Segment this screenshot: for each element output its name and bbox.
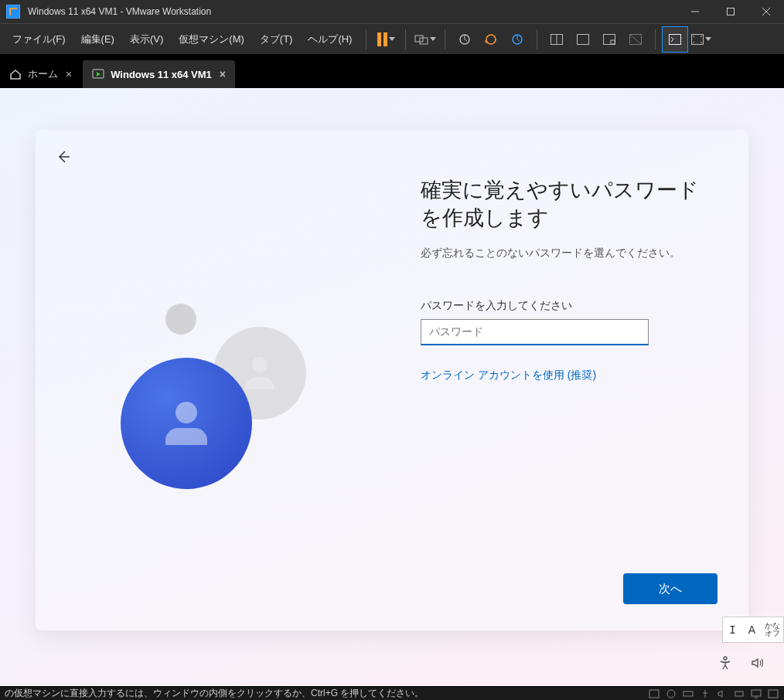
chevron-down-icon: [389, 37, 395, 41]
tab-label: Windows 11 x64 VM1: [111, 69, 212, 80]
toolbar-divider: [405, 29, 406, 49]
menu-edit[interactable]: 編集(E): [73, 28, 122, 51]
svg-rect-11: [578, 34, 589, 44]
svg-rect-13: [611, 40, 615, 44]
menu-vm[interactable]: 仮想マシン(M): [171, 28, 252, 51]
layout-thumbnail-icon: [603, 34, 615, 45]
tab-close-button[interactable]: ×: [220, 68, 226, 80]
svg-marker-19: [97, 72, 101, 76]
hero-primary-avatar-icon: [121, 358, 252, 489]
chevron-down-icon: [430, 37, 436, 41]
menu-help[interactable]: ヘルプ(H): [300, 28, 360, 51]
view-single-button[interactable]: [544, 26, 570, 53]
tab-home[interactable]: ホーム ×: [0, 60, 81, 88]
maximize-icon: [727, 8, 735, 15]
tab-vm1[interactable]: Windows 11 x64 VM1 ×: [83, 60, 235, 88]
device-cd-icon[interactable]: [665, 688, 677, 699]
menu-file[interactable]: ファイル(F): [5, 28, 73, 51]
volume-button[interactable]: [750, 655, 765, 671]
ime-cursor-indicator: I: [723, 617, 741, 642]
svg-point-23: [667, 690, 675, 698]
oobe-card: 確実に覚えやすいパスワードを作成します 必ず忘れることのないパスワードを選んでく…: [36, 130, 748, 630]
toolbar-divider: [445, 29, 445, 49]
snapshot-icon: [458, 32, 472, 46]
svg-rect-16: [670, 34, 681, 44]
vmware-titlebar: Windows 11 x64 VM1 - VMware Workstation: [0, 0, 784, 23]
ime-indicator[interactable]: I A かな オフ: [722, 617, 784, 643]
password-input[interactable]: [421, 319, 649, 345]
snapshot-manager-button[interactable]: [504, 26, 530, 53]
menu-view[interactable]: 表示(V): [122, 28, 171, 51]
hero-illustration: [121, 304, 322, 505]
ime-mode-indicator[interactable]: A: [742, 617, 762, 642]
minimize-button[interactable]: [677, 0, 713, 23]
accessibility-icon: [718, 655, 733, 671]
pause-vm-button[interactable]: [373, 26, 399, 53]
password-label: パスワードを入力してください: [421, 299, 718, 313]
next-button[interactable]: 次へ: [623, 573, 718, 604]
page-subtitle: 必ず忘れることのないパスワードを選んでください。: [421, 246, 718, 260]
view-unity-button[interactable]: [622, 26, 649, 53]
guest-viewport[interactable]: 確実に覚えやすいパスワードを作成します 必ず忘れることのないパスワードを選んでく…: [0, 88, 784, 686]
minimize-icon: [691, 8, 699, 15]
device-hdd-icon[interactable]: [648, 688, 660, 699]
volume-icon: [750, 655, 765, 671]
send-keys-icon: [414, 32, 428, 46]
snapshot-revert-icon: [484, 32, 498, 46]
svg-rect-28: [769, 690, 778, 698]
tab-label: ホーム: [28, 67, 58, 81]
layout-unity-icon: [629, 34, 642, 45]
svg-line-15: [629, 34, 642, 45]
svg-rect-5: [420, 38, 428, 44]
close-icon: [762, 8, 770, 15]
form-area: 確実に覚えやすいパスワードを作成します 必ず忘れることのないパスワードを選んでく…: [421, 176, 718, 382]
use-online-account-link[interactable]: オンライン アカウントを使用 (推奨): [421, 369, 596, 382]
tab-close-button[interactable]: ×: [66, 68, 72, 80]
layout-single-icon: [551, 34, 563, 45]
hero-dot-icon: [165, 304, 196, 335]
vmware-statusbar: の仮想マシンに直接入力するには、ウィンドウの内側をクリックするか、Ctrl+G …: [0, 686, 784, 700]
statusbar-device-icons: [648, 688, 779, 699]
vmware-menubar: ファイル(F) 編集(E) 表示(V) 仮想マシン(M) タブ(T) ヘルプ(H…: [0, 23, 784, 54]
device-network-icon[interactable]: [682, 688, 694, 699]
vm-running-icon: [92, 68, 104, 80]
device-more-icon[interactable]: [767, 688, 779, 699]
back-button[interactable]: [54, 148, 71, 165]
device-printer-icon[interactable]: [733, 688, 745, 699]
close-button[interactable]: [748, 0, 784, 23]
ime-kana-indicator[interactable]: かな オフ: [762, 622, 783, 637]
device-sound-icon[interactable]: [716, 688, 728, 699]
svg-point-21: [724, 657, 727, 660]
fullscreen-icon: [691, 34, 704, 45]
window-title: Windows 11 x64 VM1 - VMware Workstation: [28, 6, 211, 17]
send-cad-button[interactable]: [412, 26, 438, 53]
quick-switch-button[interactable]: [662, 26, 688, 53]
device-display-icon[interactable]: [750, 688, 762, 699]
layout-console-icon: [577, 34, 589, 45]
pause-icon: [377, 32, 387, 46]
statusbar-hint: の仮想マシンに直接入力するには、ウィンドウの内側をクリックするか、Ctrl+G …: [5, 687, 424, 700]
device-usb-icon[interactable]: [699, 688, 711, 699]
home-icon: [9, 68, 22, 80]
snapshot-revert-button[interactable]: [478, 26, 504, 53]
page-title: 確実に覚えやすいパスワードを作成します: [421, 176, 718, 233]
toolbar-divider: [655, 29, 656, 49]
vm-tabstrip: ホーム × Windows 11 x64 VM1 ×: [0, 54, 784, 88]
chevron-down-icon: [705, 37, 711, 41]
snapshot-take-button[interactable]: [452, 26, 478, 53]
toolbar-divider: [366, 29, 366, 49]
menu-tabs[interactable]: タブ(T): [252, 28, 301, 51]
guest-tray: [718, 655, 765, 671]
svg-rect-25: [735, 692, 743, 696]
arrow-left-icon: [54, 148, 71, 165]
view-thumbnail-button[interactable]: [596, 26, 622, 53]
vmware-logo-icon: [6, 5, 20, 19]
fullscreen-button[interactable]: [688, 26, 714, 53]
snapshot-manager-icon: [510, 32, 524, 46]
maximize-button[interactable]: [713, 0, 748, 23]
view-console-button[interactable]: [570, 26, 596, 53]
accessibility-button[interactable]: [718, 655, 733, 671]
svg-rect-24: [683, 692, 693, 696]
console-icon: [669, 34, 681, 45]
svg-rect-12: [604, 34, 615, 44]
